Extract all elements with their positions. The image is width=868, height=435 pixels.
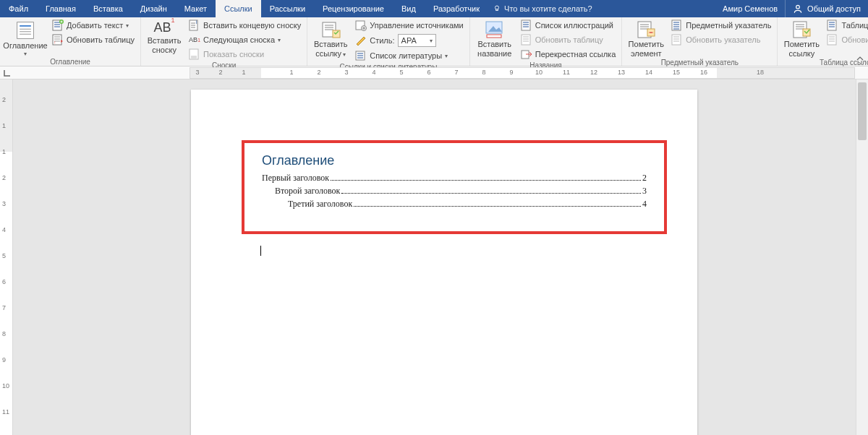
- share-label: Общий доступ: [807, 4, 861, 13]
- chevron-down-icon: ▾: [278, 37, 281, 43]
- tell-me-search[interactable]: Что вы хотите сделать?: [493, 4, 592, 13]
- tab-file[interactable]: Файл: [0, 0, 37, 17]
- table-of-figures-button[interactable]: Список иллюстраций: [519, 19, 618, 32]
- user-name[interactable]: Амир Семенов: [715, 4, 785, 13]
- collapse-ribbon-button[interactable]: [855, 53, 865, 64]
- endnote-icon: i: [189, 20, 200, 31]
- title-tabs-bar: Файл Главная Вставка Дизайн Макет Ссылки…: [0, 0, 868, 17]
- next-footnote-icon: AB1: [189, 34, 200, 46]
- toc-entry[interactable]: Второй заголовок 3: [262, 186, 647, 197]
- mark-entry-button[interactable]: Пометить элемент: [626, 19, 665, 58]
- ruler-number: 15: [673, 69, 680, 76]
- toc-entry-text: Второй заголовок: [275, 186, 340, 197]
- insert-index-label: Предметный указатель: [686, 21, 771, 30]
- svg-point-27: [650, 32, 652, 33]
- insert-toa-button[interactable]: Таблица ссылок: [825, 19, 868, 32]
- cross-reference-icon: [521, 48, 532, 60]
- tab-design[interactable]: Дизайн: [132, 0, 176, 17]
- ruler-number: 10: [2, 382, 9, 389]
- style-label: Стиль:: [370, 36, 394, 45]
- toc-button[interactable]: Оглавление ▾: [4, 19, 46, 57]
- update-toa-label: Обновить таблицу: [841, 35, 868, 44]
- update-toa-button[interactable]: Обновить таблицу: [825, 33, 868, 46]
- svg-point-0: [495, 6, 499, 9]
- ruler-number: 14: [645, 69, 652, 76]
- show-notes-icon: [189, 48, 200, 60]
- ruler-number: 2: [317, 69, 320, 76]
- toc-button-label: Оглавление: [3, 41, 47, 50]
- add-text-button[interactable]: Добавить текст ▾: [51, 19, 136, 32]
- tab-developer[interactable]: Разработчик: [425, 0, 488, 17]
- toc-title: Оглавление: [262, 153, 647, 168]
- chevron-down-icon: ▾: [341, 51, 346, 58]
- update-figures-label: Обновить таблицу: [535, 35, 603, 44]
- group-toc-label: Оглавление: [4, 57, 136, 67]
- toc-leader-dots: [354, 206, 641, 207]
- chevron-down-icon: ▾: [24, 51, 27, 57]
- update-toc-button[interactable]: ! Обновить таблицу: [51, 33, 136, 46]
- toc-entry-page: 2: [642, 173, 647, 184]
- ruler-number: 4: [372, 69, 375, 76]
- ruler-number: 8: [482, 69, 485, 76]
- tab-selector[interactable]: [1, 67, 13, 79]
- toc-icon: [14, 20, 36, 40]
- citation-style-select[interactable]: APA ▾: [398, 34, 436, 47]
- toc-entry[interactable]: Первый заголовок 2: [262, 173, 647, 184]
- show-notes-button[interactable]: Показать сноски: [187, 48, 302, 61]
- insert-caption-label-2: название: [477, 49, 511, 58]
- tab-view[interactable]: Вид: [393, 0, 425, 17]
- tab-mailings[interactable]: Рассылки: [261, 0, 314, 17]
- update-index-button[interactable]: Обновить указатель: [670, 33, 773, 46]
- ribbon: Оглавление ▾ Добавить текст ▾ ! Обновить…: [0, 17, 868, 66]
- ruler-strip: 3211234567891011121314151618: [0, 66, 868, 79]
- scrollbar-thumb[interactable]: [858, 82, 867, 140]
- citation-style-value: APA: [401, 36, 417, 45]
- insert-caption-button[interactable]: Вставить название: [475, 19, 515, 58]
- svg-rect-32: [827, 20, 836, 30]
- tab-review[interactable]: Рецензирование: [314, 0, 393, 17]
- cross-reference-label: Перекрестная ссылка: [535, 50, 616, 59]
- vertical-ruler[interactable]: 21123456789101112: [0, 79, 13, 435]
- tab-references[interactable]: Ссылки: [216, 0, 261, 17]
- ruler-number: 11: [563, 69, 570, 76]
- update-toa-icon: [827, 34, 838, 46]
- cross-reference-button[interactable]: Перекрестная ссылка: [519, 48, 618, 61]
- update-toc-label: Обновить таблицу: [67, 35, 135, 44]
- tab-layout[interactable]: Макет: [176, 0, 216, 17]
- ruler-number: 2: [2, 174, 6, 181]
- toc-leader-dots: [341, 193, 641, 194]
- show-notes-label: Показать сноски: [203, 50, 264, 59]
- mark-entry-icon: [636, 20, 656, 39]
- group-captions: Вставить название Список иллюстраций Обн…: [470, 17, 623, 66]
- text-cursor: [260, 246, 261, 256]
- horizontal-ruler[interactable]: 3211234567891011121314151618: [190, 67, 855, 79]
- ruler-number: 2: [218, 69, 222, 76]
- insert-endnote-button[interactable]: i Вставить концевую сноску: [187, 19, 302, 32]
- mark-citation-button[interactable]: Пометить ссылку: [782, 19, 821, 58]
- ruler-number: 9: [2, 356, 6, 363]
- tab-insert[interactable]: Вставка: [85, 0, 132, 17]
- toc-entry[interactable]: Третий заголовок 4: [262, 199, 647, 210]
- table-of-figures-label: Список иллюстраций: [535, 21, 613, 30]
- share-button[interactable]: Общий доступ: [785, 0, 868, 17]
- svg-rect-22: [522, 20, 530, 30]
- ruler-number: 5: [399, 69, 403, 76]
- insert-index-icon: [671, 20, 683, 31]
- insert-footnote-label-1: Вставить: [148, 36, 182, 45]
- ruler-number: 7: [454, 69, 458, 76]
- insert-index-button[interactable]: Предметный указатель: [670, 19, 773, 32]
- document-canvas[interactable]: Оглавление Первый заголовок 2Второй заго…: [13, 79, 856, 435]
- vertical-scrollbar[interactable]: [856, 79, 868, 435]
- insert-footnote-button[interactable]: AB1 Вставить сноску: [145, 19, 183, 54]
- svg-rect-29: [672, 35, 681, 45]
- insert-citation-label-2: ссылку: [315, 49, 341, 58]
- ruler-number: 16: [700, 69, 707, 76]
- toc-highlight-box: Оглавление Первый заголовок 2Второй заго…: [242, 140, 667, 234]
- manage-sources-button[interactable]: Управление источниками: [354, 19, 464, 32]
- update-figures-button[interactable]: Обновить таблицу: [519, 33, 618, 46]
- bibliography-button[interactable]: Список литературы ▾: [354, 49, 464, 62]
- next-footnote-button[interactable]: AB1 Следующая сноска ▾: [187, 33, 302, 46]
- insert-citation-button[interactable]: Вставить ссылку ▾: [312, 19, 349, 59]
- ruler-number: 1: [2, 148, 6, 155]
- tab-home[interactable]: Главная: [37, 0, 85, 17]
